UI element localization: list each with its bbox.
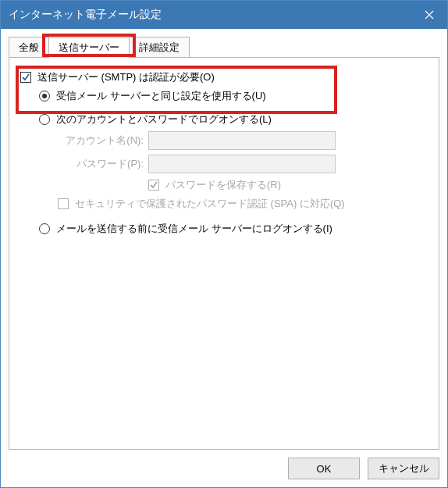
row-remember-password: パスワードを保存する(R) — [20, 178, 428, 192]
cancel-button[interactable]: キャンセル — [368, 458, 439, 479]
label-spa: セキュリティで保護されたパスワード認証 (SPA) に対応(Q) — [75, 197, 345, 211]
content-area: 全般 送信サーバー 詳細設定 送信サーバー (SMTP) は認証が必要(O) 受… — [1, 29, 447, 450]
checkbox-auth-required[interactable] — [20, 72, 31, 83]
tab-panel-outgoing: 送信サーバー (SMTP) は認証が必要(O) 受信メール サーバーと同じ設定を… — [9, 57, 439, 450]
window-title: インターネット電子メール設定 — [9, 8, 411, 22]
input-password — [148, 155, 336, 173]
field-password: パスワード(P): — [20, 155, 428, 173]
row-logon-with: 次のアカウントとパスワードでログオンする(L) — [20, 112, 428, 126]
label-logon-with: 次のアカウントとパスワードでログオンする(L) — [56, 112, 272, 126]
tab-general[interactable]: 全般 — [9, 37, 49, 57]
radio-logon-with[interactable] — [39, 114, 50, 125]
tab-advanced[interactable]: 詳細設定 — [129, 37, 190, 57]
tab-strip: 全般 送信サーバー 詳細設定 — [9, 37, 439, 57]
label-same-as-incoming: 受信メール サーバーと同じ設定を使用する(U) — [56, 89, 266, 103]
checkbox-remember-password — [148, 180, 159, 191]
label-account: アカウント名(N): — [58, 134, 148, 148]
row-logon-before-send: メールを送信する前に受信メール サーバーにログオンする(I) — [20, 222, 428, 236]
label-remember-password: パスワードを保存する(R) — [165, 178, 281, 192]
row-spa: セキュリティで保護されたパスワード認証 (SPA) に対応(Q) — [20, 197, 428, 211]
button-bar: OK キャンセル — [1, 450, 447, 487]
label-auth-required: 送信サーバー (SMTP) は認証が必要(O) — [37, 70, 215, 84]
label-logon-before-send: メールを送信する前に受信メール サーバーにログオンする(I) — [56, 222, 332, 236]
checkmark-icon — [21, 73, 30, 82]
field-account: アカウント名(N): — [20, 131, 428, 150]
label-password: パスワード(P): — [58, 157, 148, 171]
ok-button[interactable]: OK — [288, 458, 360, 479]
tab-outgoing-server[interactable]: 送信サーバー — [48, 37, 130, 58]
row-same-as-incoming: 受信メール サーバーと同じ設定を使用する(U) — [20, 89, 428, 103]
row-auth-required: 送信サーバー (SMTP) は認証が必要(O) — [20, 70, 428, 84]
logon-subform: アカウント名(N): パスワード(P): パスワードを保存する(R) セキ — [20, 131, 428, 211]
checkmark-icon — [149, 180, 158, 190]
email-settings-dialog: インターネット電子メール設定 全般 送信サーバー 詳細設定 送信サーバー (SM… — [0, 0, 448, 488]
titlebar: インターネット電子メール設定 — [1, 1, 447, 29]
radio-logon-before-send[interactable] — [39, 223, 50, 234]
radio-same-as-incoming[interactable] — [39, 91, 50, 102]
checkbox-spa — [58, 198, 69, 209]
close-icon — [425, 10, 434, 20]
input-account — [148, 131, 336, 150]
close-button[interactable] — [411, 1, 447, 29]
